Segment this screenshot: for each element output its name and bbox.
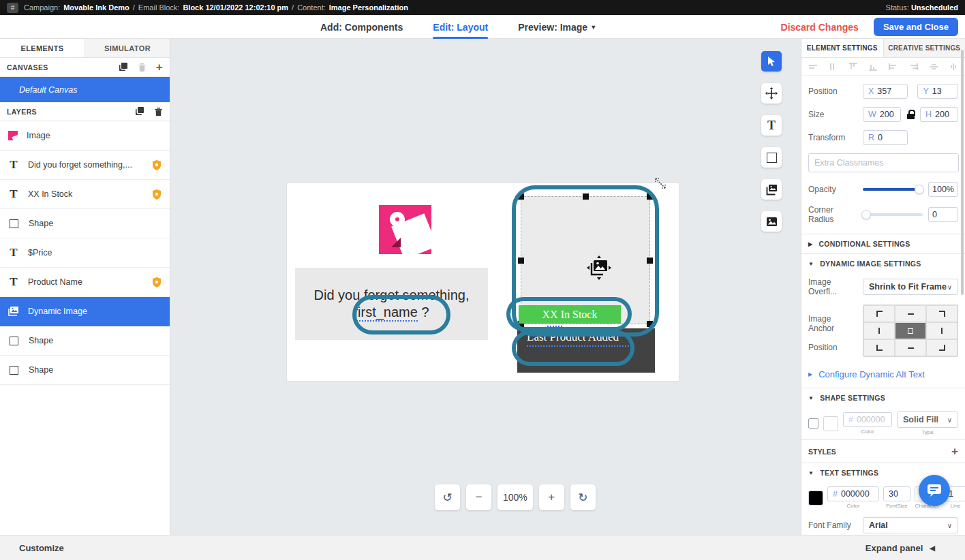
image-tool-button[interactable]: [761, 211, 782, 232]
resize-handle-se[interactable]: [647, 321, 653, 327]
delete-layer-icon[interactable]: [154, 107, 163, 116]
tab-element-settings[interactable]: ELEMENT SETTINGS: [801, 39, 883, 57]
size-label: Size: [808, 110, 857, 119]
resize-handle-ne[interactable]: [647, 193, 653, 200]
align-bottom-icon[interactable]: [868, 63, 878, 71]
image-anchor-label: Image Anchor Position: [808, 305, 857, 352]
tab-simulator[interactable]: SIMULATOR: [85, 39, 170, 57]
layer-row-product-name[interactable]: T Product Name: [0, 268, 170, 297]
rotate-ccw-button[interactable]: ↺: [435, 484, 460, 510]
distribute-vertical-icon[interactable]: [828, 63, 838, 71]
layer-row-xx-in-stock[interactable]: T XX In Stock: [0, 180, 170, 209]
corner-radius-slider[interactable]: [863, 213, 923, 216]
layer-row-price[interactable]: T $Price: [0, 238, 170, 268]
zoom-level[interactable]: 100%: [497, 484, 533, 510]
tab-edit-layout[interactable]: Edit: Layout: [433, 15, 488, 39]
shape-tool-button[interactable]: [761, 147, 782, 168]
corner-radius-value[interactable]: 0: [928, 207, 958, 222]
resize-handle-n[interactable]: [583, 193, 589, 200]
anchor-center[interactable]: [895, 322, 926, 339]
layer-row-shape-1[interactable]: Shape: [0, 209, 170, 238]
chevron-down-icon: ▼: [808, 261, 814, 267]
position-y-input[interactable]: Y13: [917, 84, 958, 99]
size-height-input[interactable]: H200: [920, 107, 958, 122]
anchor-top-right[interactable]: [926, 305, 958, 322]
text-tool-button[interactable]: T: [761, 115, 782, 136]
expand-panel-button[interactable]: Expand panel ◀: [866, 543, 935, 553]
select-tool-button[interactable]: [761, 51, 782, 72]
align-right-icon[interactable]: [908, 63, 918, 71]
layer-row-dynamic-image[interactable]: Dynamic Image: [0, 297, 170, 326]
customize-button[interactable]: Customize: [19, 543, 64, 553]
anchor-bottom-center[interactable]: [895, 339, 926, 356]
position-x-input[interactable]: X357: [863, 84, 908, 99]
zoom-in-button[interactable]: +: [539, 484, 564, 510]
font-size-input[interactable]: 30: [883, 486, 910, 501]
anchor-middle-right[interactable]: [926, 322, 958, 339]
chat-widget-button[interactable]: [919, 475, 950, 506]
canvas-item-default[interactable]: Default Canvas: [0, 77, 170, 102]
campaign-label: Campaign:: [24, 3, 60, 12]
text-color-swatch[interactable]: [808, 491, 823, 505]
headline-line1: Did you forget something,: [314, 287, 470, 303]
rotate-cw-button[interactable]: ↻: [570, 484, 596, 510]
delete-canvas-icon[interactable]: [138, 63, 147, 72]
layer-row-image[interactable]: Image: [0, 121, 170, 151]
distribute-horizontal-icon[interactable]: [808, 63, 818, 71]
shape-color-input[interactable]: # 000000: [843, 412, 892, 427]
image-overflow-select[interactable]: Shrink to Fit Frame ∨: [863, 279, 958, 295]
shape-fill-type-select[interactable]: Solid Fill ∨: [897, 411, 958, 428]
align-left-icon[interactable]: [889, 63, 898, 71]
text-color-input[interactable]: # 000000: [827, 486, 879, 501]
anchor-top-left[interactable]: [863, 305, 895, 322]
shape-fill-checkbox[interactable]: [808, 418, 818, 429]
resize-handle-nw[interactable]: [518, 193, 524, 200]
shape-color-swatch[interactable]: [823, 416, 838, 431]
discard-changes-button[interactable]: Discard Changes: [781, 22, 859, 33]
lock-aspect-icon[interactable]: [906, 110, 915, 119]
resize-handle-w[interactable]: [518, 258, 524, 264]
transform-rotation-input[interactable]: R0: [863, 130, 908, 145]
text-layer-icon: T: [8, 275, 19, 289]
align-top-icon[interactable]: [848, 63, 858, 71]
add-style-icon[interactable]: +: [951, 446, 958, 457]
tab-creative-settings[interactable]: CREATIVE SETTINGS: [883, 39, 965, 57]
conditional-settings-header[interactable]: ▶ CONDITIONAL SETTINGS: [801, 234, 965, 253]
tab-preview-image[interactable]: Preview: Image ▾: [518, 15, 595, 39]
add-canvas-icon[interactable]: +: [156, 61, 163, 73]
layer-row-did-you-forget[interactable]: T Did you forget something,...: [0, 151, 170, 180]
move-tool-button[interactable]: [761, 83, 782, 104]
last-product-block[interactable]: Last Product Added: [517, 328, 655, 373]
layer-row-shape-3[interactable]: Shape: [0, 356, 170, 385]
duplicate-canvas-icon[interactable]: [119, 63, 128, 72]
tab-add-components[interactable]: Add: Components: [320, 15, 403, 39]
save-and-close-button[interactable]: Save and Close: [874, 18, 958, 36]
anchor-middle-left[interactable]: [863, 322, 895, 339]
anchor-top-center[interactable]: [895, 305, 926, 322]
extra-classnames-input[interactable]: [808, 153, 959, 172]
align-center-horizontal-icon[interactable]: [929, 63, 938, 71]
chevron-right-icon: ▶: [808, 371, 812, 377]
dynamic-image-tool-button[interactable]: [761, 179, 782, 200]
duplicate-layer-icon[interactable]: [136, 107, 144, 116]
email-block-label: Email Block:: [138, 3, 180, 12]
resize-handle-e[interactable]: [647, 258, 653, 264]
layer-row-shape-2[interactable]: Shape: [0, 326, 170, 356]
chevron-down-icon: ∨: [947, 283, 952, 291]
dynamic-image-settings-header[interactable]: ▼ DYNAMIC IMAGE SETTINGS: [801, 253, 965, 273]
shape-settings-header[interactable]: ▼ SHAPE SETTINGS: [801, 388, 965, 407]
opacity-value[interactable]: 100%: [928, 182, 958, 197]
configure-alt-text-link[interactable]: ▶ Configure Dynamic Alt Text: [801, 361, 965, 388]
panel-scrollbar[interactable]: [961, 50, 964, 295]
tab-elements[interactable]: ELEMENTS: [0, 39, 85, 57]
headline-text-block[interactable]: Did you forget something, first_name ?: [295, 268, 488, 340]
anchor-bottom-right[interactable]: [926, 339, 958, 356]
email-canvas[interactable]: Did you forget something, first_name ?: [286, 183, 679, 382]
size-width-input[interactable]: W200: [863, 107, 901, 122]
opacity-slider[interactable]: [863, 188, 923, 191]
zoom-out-button[interactable]: −: [466, 484, 491, 510]
stock-button[interactable]: XX In Stock: [519, 305, 621, 324]
font-family-select[interactable]: Arial ∨: [863, 517, 958, 533]
align-center-vertical-icon[interactable]: [949, 63, 958, 71]
anchor-bottom-left[interactable]: [863, 339, 895, 356]
